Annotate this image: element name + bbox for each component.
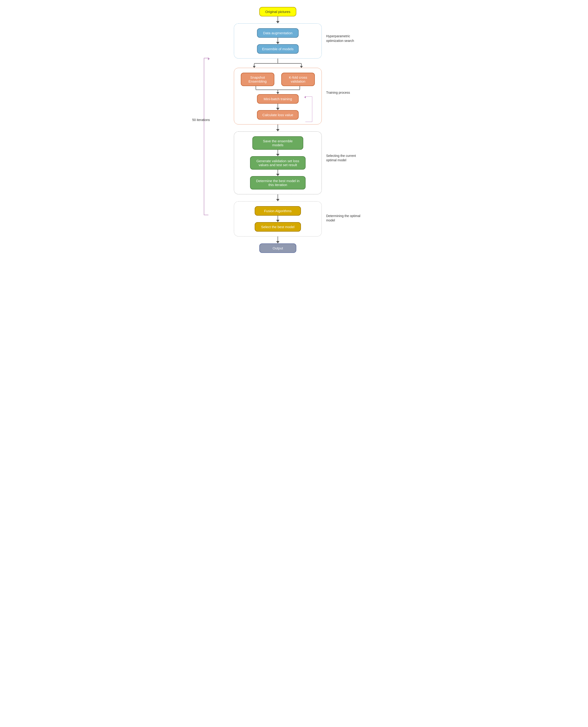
bbox-selecting: Selecting the current optimal model Save… bbox=[234, 131, 322, 194]
node-snapshot-ensembling: Snapshot Ensembling bbox=[241, 72, 274, 86]
node-ensemble-of-models: Ensemble of models bbox=[257, 44, 299, 54]
conv-arrowhead bbox=[276, 92, 279, 94]
loop-arrow-tip bbox=[208, 57, 210, 60]
split-line-horizontal bbox=[254, 63, 301, 64]
arrow-1 bbox=[276, 16, 279, 23]
mini-batch-group: Mini-batch training Calculate loss value bbox=[241, 94, 315, 120]
arrow-2 bbox=[276, 38, 279, 44]
arrow-9 bbox=[276, 236, 279, 244]
split-left-line bbox=[254, 64, 254, 66]
arrow-4 bbox=[276, 124, 279, 131]
converge-arrow-container bbox=[238, 86, 317, 94]
arrow-7 bbox=[276, 194, 279, 201]
node-determine-best: Determine the best model in this iterati… bbox=[250, 176, 306, 189]
node-fusion-algorithms: Fusion Algorithms bbox=[255, 206, 301, 216]
node-generate-validation: Generate validation set loss values and … bbox=[250, 156, 306, 170]
bbox-determining: Determining the optimal model Fusion Alg… bbox=[234, 201, 322, 236]
conv-right-line bbox=[299, 86, 300, 89]
flow-center: Original pictures Hyperparametric optimi… bbox=[208, 7, 347, 262]
arrow-5 bbox=[276, 150, 279, 156]
conv-left-line bbox=[256, 86, 256, 89]
node-output: Output bbox=[259, 244, 296, 253]
arrow-6 bbox=[276, 170, 279, 176]
node-save-ensemble: Save the ensemble models bbox=[252, 136, 303, 150]
arrow-3 bbox=[276, 104, 279, 110]
fifty-iterations-bracket bbox=[204, 58, 208, 215]
node-select-best: Select the best model bbox=[255, 222, 301, 232]
determining-optimal-label: Determining the optimal model bbox=[326, 214, 363, 223]
fifty-iterations-label: 50 iterations bbox=[192, 118, 210, 122]
arrow-8 bbox=[276, 216, 279, 222]
split-arrow-container bbox=[238, 59, 317, 68]
split-row-top: Snapshot Ensembling K-fold cross validat… bbox=[241, 72, 315, 86]
node-original-pictures: Original pictures bbox=[259, 7, 296, 16]
split-line-center bbox=[278, 59, 278, 63]
node-data-augmentation: Data augmentation bbox=[257, 28, 299, 38]
node-calculate-loss: Calculate loss value bbox=[257, 110, 299, 120]
node-kfold: K-fold cross validation bbox=[281, 72, 315, 86]
hyperparametric-label: Hyperparametric optimization search bbox=[326, 34, 363, 43]
bbox-training: Training process Snapshot Ensembling K-f… bbox=[234, 68, 322, 124]
split-right-line bbox=[301, 64, 302, 66]
feedback-arrowhead bbox=[304, 96, 306, 98]
training-process-label: Training process bbox=[326, 90, 363, 95]
bbox-hyperparametric: Hyperparametric optimization search Data… bbox=[234, 23, 322, 59]
feedback-outer: Mini-batch training Calculate loss value bbox=[241, 94, 315, 120]
node-mini-batch: Mini-batch training bbox=[257, 94, 299, 104]
feedback-bracket bbox=[305, 97, 312, 122]
diagram-wrapper: 50 iterations Original pictures Hyperpar… bbox=[190, 7, 398, 285]
selecting-optimal-label: Selecting the current optimal model bbox=[326, 154, 363, 163]
